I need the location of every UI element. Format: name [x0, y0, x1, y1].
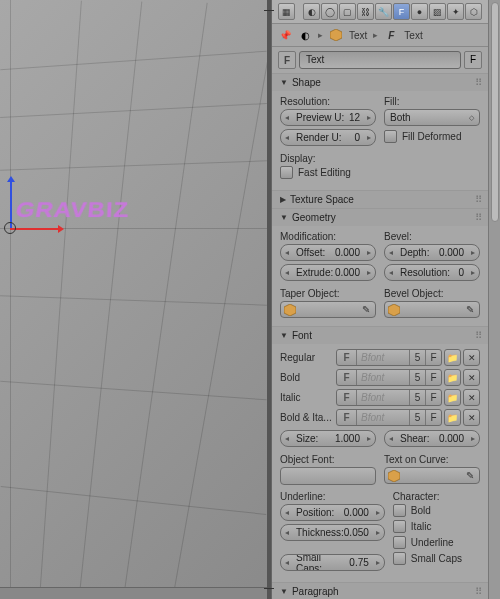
smallcaps-scale-field[interactable]: ◂Small Caps:0.75▸ [280, 554, 385, 571]
taper-object-picker[interactable]: ✎ [280, 301, 376, 318]
triangle-down-icon: ▼ [280, 587, 288, 596]
tab-constraints-icon[interactable]: ⛓ [357, 3, 374, 20]
fake-user-button[interactable]: F [464, 51, 482, 69]
font-italic-label: Italic [280, 392, 334, 403]
grip-icon[interactable]: ⠿ [475, 212, 480, 223]
breadcrumb-data[interactable]: Text [404, 30, 422, 41]
breadcrumb: 📌 ◐ ▸ Text ▸ F Text [272, 24, 488, 47]
text-on-curve-picker[interactable]: ✎ [384, 467, 480, 484]
triangle-right-icon: ▶ [280, 195, 286, 204]
chevron-right-icon: ▸ [373, 30, 378, 40]
fill-deformed-label: Fill Deformed [402, 131, 461, 142]
fill-mode-select[interactable]: Both◇ [384, 109, 480, 126]
underline-position-field[interactable]: ◂Position:0.000▸ [280, 504, 385, 521]
char-italic-label: Italic [411, 521, 432, 532]
properties-editor: ▦ ◐ ◯ ▢ ⛓ 🔧 F ● ▨ ✦ ⬡ 📌 ◐ ▸ Text ▸ F Tex… [271, 0, 500, 599]
pin-icon[interactable]: 📌 [278, 28, 292, 42]
font-datablock-icon[interactable]: F [278, 51, 296, 69]
preview-u-field[interactable]: ◂Preview U:12▸ [280, 109, 376, 126]
text-object[interactable]: GRAVBIZ [13, 198, 129, 222]
origin-icon [4, 222, 16, 234]
grip-icon[interactable]: ⠿ [475, 330, 480, 341]
remove-font-button[interactable]: ✕ [463, 389, 480, 406]
character-label: Character: [393, 491, 480, 502]
resolution-label: Resolution: [280, 96, 376, 107]
char-bold-label: Bold [411, 505, 431, 516]
grid-floor [0, 0, 267, 599]
font-shear-field[interactable]: ◂Shear:0.000▸ [384, 430, 480, 447]
remove-font-button[interactable]: ✕ [463, 369, 480, 386]
fast-editing-label: Fast Editing [298, 167, 351, 178]
font-icon: F [337, 390, 357, 405]
fill-deformed-checkbox[interactable] [384, 130, 397, 143]
panel-title: Geometry [292, 212, 475, 223]
panel-header-texture-space[interactable]: ▶ Texture Space ⠿ [272, 191, 488, 208]
tab-world-icon[interactable]: ◯ [321, 3, 338, 20]
fast-editing-checkbox[interactable] [280, 166, 293, 179]
char-smallcaps-checkbox[interactable] [393, 552, 406, 565]
font-italic-picker[interactable]: FBfont5F [336, 389, 442, 406]
panel-title: Shape [292, 77, 475, 88]
tab-particles-icon[interactable]: ✦ [447, 3, 464, 20]
fill-label: Fill: [384, 96, 480, 107]
triangle-down-icon: ▼ [280, 78, 288, 87]
open-font-button[interactable]: 📁 [444, 389, 461, 406]
remove-font-button[interactable]: ✕ [463, 409, 480, 426]
open-font-button[interactable]: 📁 [444, 349, 461, 366]
panel-header-paragraph[interactable]: ▼ Paragraph ⠿ [272, 583, 488, 599]
char-italic-checkbox[interactable] [393, 520, 406, 533]
grip-icon[interactable]: ⠿ [475, 194, 480, 205]
font-bold-picker[interactable]: FBfont5F [336, 369, 442, 386]
panel-header-font[interactable]: ▼ Font ⠿ [272, 327, 488, 344]
char-smallcaps-label: Small Caps [411, 553, 462, 564]
tab-object-icon[interactable]: ▢ [339, 3, 356, 20]
viewport-3d[interactable]: GRAVBIZ [0, 0, 267, 599]
grip-icon[interactable]: ⠿ [475, 586, 480, 597]
properties-tabs: ▦ ◐ ◯ ▢ ⛓ 🔧 F ● ▨ ✦ ⬡ [272, 0, 488, 24]
properties-scrollbar[interactable] [488, 0, 500, 599]
font-icon: F [337, 410, 357, 425]
open-font-button[interactable]: 📁 [444, 409, 461, 426]
font-size-field[interactable]: ◂Size:1.000▸ [280, 430, 376, 447]
tab-modifiers-icon[interactable]: 🔧 [375, 3, 392, 20]
scrollbar-thumb[interactable] [491, 2, 499, 222]
grip-icon[interactable]: ⠿ [475, 77, 480, 88]
tab-texture-icon[interactable]: ▨ [429, 3, 446, 20]
underline-thickness-field[interactable]: ◂Thickness:0.050▸ [280, 524, 385, 541]
font-bolditalic-picker[interactable]: FBfont5F [336, 409, 442, 426]
underline-label: Underline: [280, 491, 385, 502]
open-font-button[interactable]: 📁 [444, 369, 461, 386]
datablock-name-row: F Text F [272, 47, 488, 73]
render-u-field[interactable]: ◂Render U:0▸ [280, 129, 376, 146]
chevron-right-icon: ▸ [318, 30, 323, 40]
offset-field[interactable]: ◂Offset:0.000▸ [280, 244, 376, 261]
eyedropper-icon: ✎ [359, 304, 373, 315]
font-regular-picker[interactable]: FBfont5F [336, 349, 442, 366]
viewport-header[interactable] [0, 587, 267, 599]
bevel-depth-field[interactable]: ◂Depth:0.000▸ [384, 244, 480, 261]
remove-font-button[interactable]: ✕ [463, 349, 480, 366]
breadcrumb-object[interactable]: Text [349, 30, 367, 41]
chevron-updown-icon: ◇ [469, 114, 474, 122]
bevel-resolution-field[interactable]: ◂Resolution:0▸ [384, 264, 480, 281]
eyedropper-icon: ✎ [463, 470, 477, 481]
tab-objectdata-icon[interactable]: F [393, 3, 410, 20]
char-underline-checkbox[interactable] [393, 536, 406, 549]
object-font-label: Object Font: [280, 454, 376, 465]
area-splitter[interactable] [267, 0, 271, 599]
font-bold-label: Bold [280, 372, 334, 383]
char-bold-checkbox[interactable] [393, 504, 406, 517]
tab-scene-icon[interactable]: ◐ [303, 3, 320, 20]
object-font-input[interactable] [280, 467, 376, 485]
char-underline-label: Underline [411, 537, 454, 548]
text-on-curve-label: Text on Curve: [384, 454, 480, 465]
tab-render-icon[interactable]: ▦ [278, 3, 295, 20]
tab-material-icon[interactable]: ● [411, 3, 428, 20]
font-bolditalic-label: Bold & Ita... [280, 412, 334, 423]
tab-physics-icon[interactable]: ⬡ [465, 3, 482, 20]
bevel-object-picker[interactable]: ✎ [384, 301, 480, 318]
panel-header-shape[interactable]: ▼ Shape ⠿ [272, 74, 488, 91]
datablock-name-input[interactable]: Text [299, 51, 461, 69]
panel-header-geometry[interactable]: ▼ Geometry ⠿ [272, 209, 488, 226]
extrude-field[interactable]: ◂Extrude:0.000▸ [280, 264, 376, 281]
